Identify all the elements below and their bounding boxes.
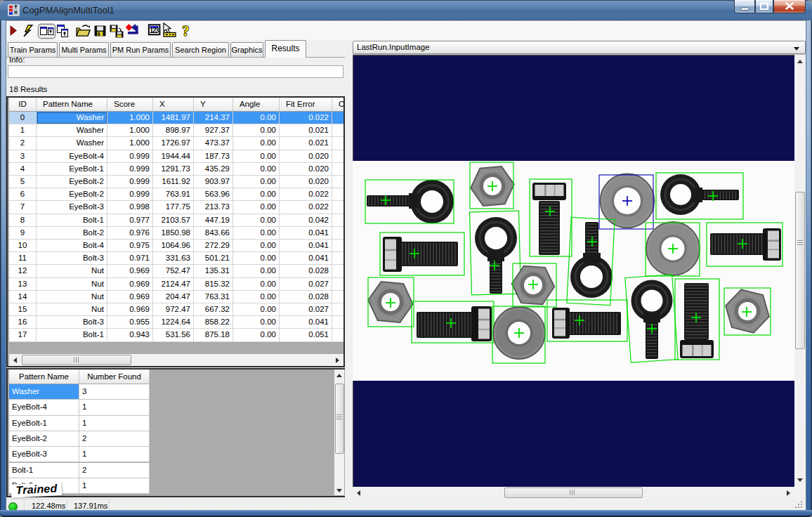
svg-text:123: 123 — [150, 27, 159, 34]
svg-text:?: ? — [183, 23, 190, 39]
